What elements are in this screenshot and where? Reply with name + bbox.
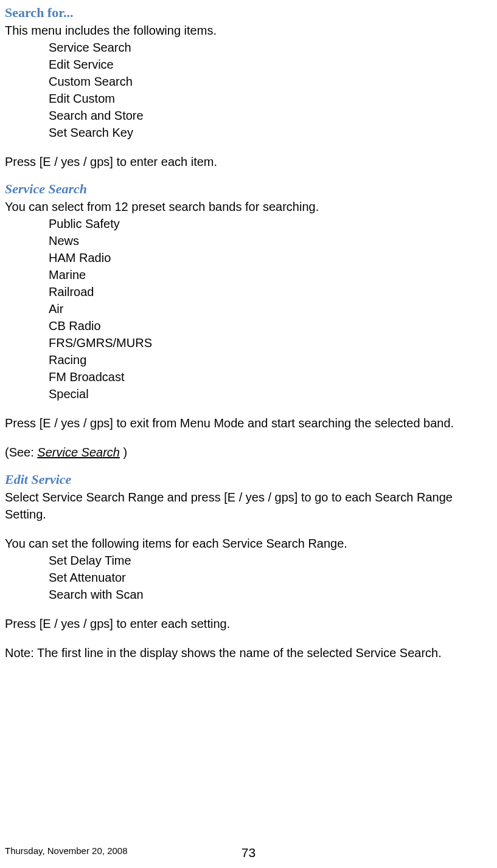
list-item: Railroad bbox=[49, 283, 492, 300]
list-item: Air bbox=[49, 300, 492, 317]
service-search-intro: You can select from 12 preset search ban… bbox=[5, 198, 492, 215]
see-prefix: (See: bbox=[5, 446, 37, 459]
list-item: FRS/GMRS/MURS bbox=[49, 334, 492, 351]
list-item: Racing bbox=[49, 351, 492, 368]
service-search-see: (See: Service Search ) bbox=[5, 444, 492, 461]
list-item: CB Radio bbox=[49, 317, 492, 334]
list-item: HAM Radio bbox=[49, 249, 492, 266]
list-item: FM Broadcast bbox=[49, 368, 492, 385]
see-suffix: ) bbox=[120, 446, 127, 459]
list-item: News bbox=[49, 232, 492, 249]
footer: Thursday, November 20, 2008 73 bbox=[5, 846, 492, 856]
list-item: Public Safety bbox=[49, 215, 492, 232]
service-search-list: Public Safety News HAM Radio Marine Rail… bbox=[5, 215, 492, 402]
list-item: Custom Search bbox=[49, 73, 492, 90]
list-item: Set Search Key bbox=[49, 124, 492, 141]
heading-edit-service: Edit Service bbox=[5, 472, 492, 487]
heading-service-search: Service Search bbox=[5, 181, 492, 197]
list-item: Special bbox=[49, 385, 492, 402]
see-link-service-search[interactable]: Service Search bbox=[37, 446, 120, 459]
edit-service-can-set: You can set the following items for each… bbox=[5, 535, 492, 552]
search-for-press-note: Press [E / yes / gps] to enter each item… bbox=[5, 153, 492, 170]
list-item: Set Delay Time bbox=[49, 552, 492, 569]
heading-search-for: Search for... bbox=[5, 5, 492, 21]
search-for-list: Service Search Edit Service Custom Searc… bbox=[5, 39, 492, 141]
list-item: Edit Service bbox=[49, 56, 492, 73]
list-item: Service Search bbox=[49, 39, 492, 56]
footer-page-number: 73 bbox=[242, 846, 255, 860]
service-search-press-note: Press [E / yes / gps] to exit from Menu … bbox=[5, 415, 492, 432]
list-item: Search and Store bbox=[49, 107, 492, 124]
edit-service-press-note: Press [E / yes / gps] to enter each sett… bbox=[5, 615, 492, 632]
search-for-intro: This menu includes the following items. bbox=[5, 22, 492, 39]
edit-service-intro: Select Service Search Range and press [E… bbox=[5, 489, 492, 523]
list-item: Set Attenuator bbox=[49, 569, 492, 586]
list-item: Search with Scan bbox=[49, 586, 492, 603]
list-item: Edit Custom bbox=[49, 90, 492, 107]
footer-date: Thursday, November 20, 2008 bbox=[5, 846, 128, 856]
edit-service-list: Set Delay Time Set Attenuator Search wit… bbox=[5, 552, 492, 603]
edit-service-note: Note: The first line in the display show… bbox=[5, 644, 492, 661]
list-item: Marine bbox=[49, 266, 492, 283]
